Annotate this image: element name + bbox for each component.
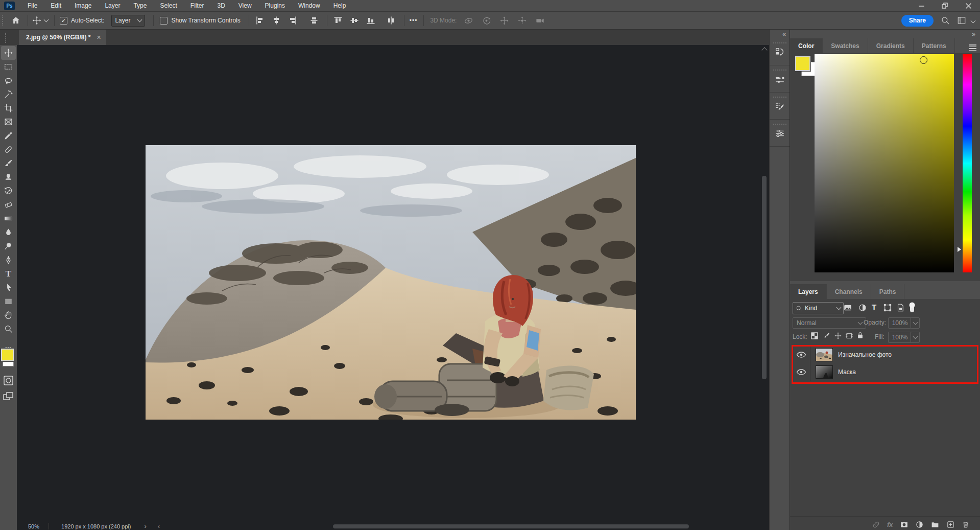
close-tab-icon[interactable]: ×	[97, 33, 101, 41]
object-selection-tool[interactable]	[0, 87, 17, 101]
tabbar-grip[interactable]	[5, 33, 8, 43]
history-brush-tool[interactable]	[0, 184, 17, 198]
scroll-up-icon[interactable]	[761, 47, 767, 53]
more-align-options-icon[interactable]: •••	[410, 17, 418, 24]
menu-image[interactable]: Image	[68, 0, 98, 11]
eraser-tool[interactable]	[0, 198, 17, 212]
hue-slider-marker[interactable]	[958, 247, 961, 252]
fill-value[interactable]: 100%	[888, 332, 912, 343]
align-top-edges-icon[interactable]	[331, 14, 345, 27]
lock-all-icon[interactable]	[856, 331, 864, 339]
visibility-eye-icon[interactable]	[793, 368, 810, 376]
dodge-tool[interactable]	[0, 239, 17, 253]
tab-gradients[interactable]: Gradients	[868, 38, 914, 53]
align-left-edges-icon[interactable]	[253, 14, 267, 27]
menu-plugins[interactable]: Plugins	[258, 0, 292, 11]
tab-swatches[interactable]: Swatches	[823, 38, 868, 53]
quick-mask-icon[interactable]	[0, 375, 17, 387]
color-field[interactable]	[815, 54, 954, 272]
minimize-button[interactable]	[910, 0, 933, 11]
rectangle-tool[interactable]	[0, 294, 17, 308]
new-group-icon[interactable]	[930, 520, 940, 529]
link-layers-icon[interactable]	[872, 520, 880, 529]
align-vertical-centers-icon[interactable]	[348, 14, 361, 27]
filter-type-layers-icon[interactable]: T	[872, 303, 876, 311]
delete-layer-icon[interactable]	[962, 520, 970, 529]
lock-position-icon[interactable]	[834, 332, 842, 340]
menu-layer[interactable]: Layer	[98, 0, 127, 11]
opacity-chevron-icon[interactable]	[911, 317, 920, 329]
tab-patterns[interactable]: Patterns	[914, 38, 955, 53]
layer-effects-icon[interactable]: fx	[887, 521, 893, 528]
path-selection-tool[interactable]	[0, 281, 17, 294]
hand-tool[interactable]	[0, 308, 17, 322]
close-button[interactable]	[957, 0, 980, 11]
collapse-panels-icon[interactable]: »	[972, 31, 975, 38]
crop-tool[interactable]	[0, 101, 17, 115]
hue-slider[interactable]	[963, 54, 972, 272]
restore-button[interactable]	[933, 0, 957, 11]
eyedropper-tool[interactable]	[0, 129, 17, 143]
screen-mode-icon[interactable]	[0, 390, 17, 403]
brush-tool[interactable]	[0, 156, 17, 170]
add-layer-mask-icon[interactable]	[900, 520, 909, 529]
filter-on-toggle[interactable]	[909, 302, 916, 314]
opacity-value[interactable]: 100%	[888, 317, 912, 329]
document-tab[interactable]: 2.jpg @ 50% (RGB/8) * ×	[19, 30, 106, 45]
new-adjustment-layer-icon[interactable]	[915, 520, 924, 529]
brush-settings-panel-icon[interactable]	[770, 65, 790, 93]
lock-transparent-pixels-icon[interactable]	[810, 332, 819, 340]
layer-filter-dropdown[interactable]: Kind	[793, 302, 844, 314]
lock-artboard-icon[interactable]	[845, 332, 853, 340]
status-prev-icon[interactable]: ‹	[158, 522, 160, 530]
distribute-horizontal-centers-icon[interactable]	[307, 14, 321, 27]
spot-healing-brush-tool[interactable]	[0, 143, 17, 156]
lasso-tool[interactable]	[0, 74, 17, 87]
type-tool[interactable]: T	[0, 267, 17, 281]
clone-stamp-tool[interactable]	[0, 170, 17, 184]
color-field-marker[interactable]	[920, 56, 927, 64]
document-info[interactable]: 1920 px x 1080 px (240 ppi)	[61, 523, 131, 529]
menu-window[interactable]: Window	[292, 0, 327, 11]
align-horizontal-centers-icon[interactable]	[270, 14, 283, 27]
zoom-level[interactable]: 50%	[28, 523, 39, 529]
home-icon[interactable]	[9, 14, 22, 27]
filter-shape-layers-icon[interactable]	[883, 303, 892, 312]
menu-3d[interactable]: 3D	[210, 0, 231, 11]
new-layer-icon[interactable]	[946, 520, 955, 529]
lock-image-pixels-icon[interactable]	[823, 332, 831, 340]
rectangular-marquee-tool[interactable]	[0, 60, 17, 74]
blend-mode-dropdown[interactable]: Normal	[793, 317, 866, 329]
layer-row-mask[interactable]: Маска	[793, 363, 978, 381]
align-right-edges-icon[interactable]	[286, 14, 299, 27]
menu-help[interactable]: Help	[327, 0, 353, 11]
workspace-chevron-icon[interactable]	[971, 18, 976, 23]
share-button[interactable]: Share	[901, 15, 934, 27]
options-grip[interactable]	[2, 15, 5, 26]
adjustments-panel-icon[interactable]	[770, 120, 790, 147]
layer-thumbnail[interactable]	[816, 365, 833, 379]
zoom-tool[interactable]	[0, 322, 17, 336]
move-tool[interactable]	[1, 46, 16, 60]
move-tool-preset-icon[interactable]	[30, 14, 43, 27]
blur-tool[interactable]	[0, 225, 17, 239]
gradient-tool[interactable]	[0, 212, 17, 225]
status-next-icon[interactable]: ›	[144, 522, 146, 530]
vertical-scrollbar[interactable]	[761, 47, 768, 527]
menu-type[interactable]: Type	[127, 0, 153, 11]
layer-thumbnail[interactable]	[816, 348, 833, 361]
align-bottom-edges-icon[interactable]	[364, 14, 377, 27]
menu-filter[interactable]: Filter	[184, 0, 211, 11]
document-image[interactable]	[146, 145, 636, 420]
auto-select-checkbox[interactable]: ✓	[60, 17, 67, 25]
brushes-panel-icon[interactable]	[770, 93, 790, 120]
tab-channels[interactable]: Channels	[827, 284, 871, 299]
auto-select-target-dropdown[interactable]: Layer	[111, 15, 145, 27]
menu-file[interactable]: File	[21, 0, 44, 11]
distribute-vertical-centers-icon[interactable]	[385, 14, 398, 27]
fill-chevron-icon[interactable]	[911, 332, 920, 343]
color-panel-menu-icon[interactable]	[969, 43, 976, 52]
layer-row-original-photo[interactable]: Изначальное фото	[793, 346, 978, 363]
tab-layers[interactable]: Layers	[790, 284, 827, 299]
filter-smart-objects-icon[interactable]	[896, 303, 905, 312]
